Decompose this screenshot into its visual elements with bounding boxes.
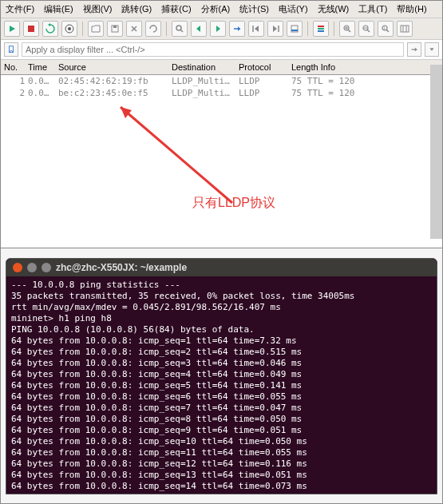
svg-rect-1 [28,26,34,32]
svg-rect-22 [318,28,324,30]
menu-wireless[interactable]: 无线(W) [318,3,350,15]
go-forward-button[interactable] [210,21,226,37]
annotation-text: 只有LLDP协议 [192,195,275,212]
svg-rect-21 [318,26,324,27]
svg-marker-16 [255,26,259,32]
window-minimize-icon[interactable] [27,263,37,272]
terminal-window: zhc@zhc-X550JX: ~/example --- 10.0.0.8 p… [6,258,437,494]
reload-button[interactable] [145,21,161,37]
zoom-out-button[interactable] [358,21,374,37]
menu-file[interactable]: 文件(F) [6,3,34,15]
capture-options-button[interactable] [61,21,77,37]
svg-line-30 [367,30,370,32]
go-last-button[interactable] [267,21,283,37]
svg-marker-43 [121,107,132,118]
go-to-packet-button[interactable] [229,21,245,37]
zoom-in-button[interactable] [339,21,355,37]
menu-go[interactable]: 跳转(G) [121,3,152,15]
svg-marker-0 [10,26,15,32]
menu-tools[interactable]: 工具(T) [358,3,387,15]
auto-scroll-button[interactable] [287,21,303,37]
filter-dropdown-button[interactable] [425,42,439,57]
menu-bar: 文件(F) 编辑(E) 视图(V) 跳转(G) 捕获(C) 分析(A) 统计(S… [1,1,442,18]
column-header-protocol[interactable]: Protocol [239,62,291,72]
menu-telephony[interactable]: 电话(Y) [279,3,308,15]
svg-line-42 [121,107,232,203]
column-header-length[interactable]: Length Info [291,62,411,72]
menu-statistics[interactable]: 统计(S) [239,3,269,15]
vertical-scrollbar[interactable] [430,65,442,239]
svg-marker-14 [238,26,240,31]
window-close-icon[interactable] [13,263,22,272]
open-file-button[interactable] [88,21,104,37]
svg-text:1: 1 [383,26,386,30]
restart-capture-button[interactable] [42,21,58,37]
svg-rect-34 [401,26,409,32]
menu-analyze[interactable]: 分析(A) [201,3,231,15]
resize-columns-button[interactable] [397,21,413,37]
column-header-time[interactable]: Time [28,62,58,72]
svg-line-33 [386,30,389,32]
filter-expression-button[interactable] [407,42,421,57]
menu-help[interactable]: 帮助(H) [397,3,426,15]
zoom-reset-button[interactable]: 1 [378,21,394,37]
packet-row[interactable]: 1 0.0… 02:45:42:62:19:fb LLDP_Multi… LLD… [1,75,442,87]
menu-edit[interactable]: 编辑(E) [44,3,73,15]
svg-marker-18 [273,26,277,32]
bottom-pane: zhc@zhc-X550JX: ~/example --- 10.0.0.8 p… [1,248,442,503]
menu-capture[interactable]: 捕获(C) [161,3,191,15]
stop-capture-button[interactable] [23,21,39,37]
svg-line-27 [348,30,350,32]
packet-row[interactable]: 2 0.0… be:c2:23:45:0e:f5 LLDP_Multi… LLD… [1,87,442,99]
packet-list[interactable]: 1 0.0… 02:45:42:62:19:fb LLDP_Multi… LLD… [1,75,442,251]
terminal-titlebar: zhc@zhc-X550JX: ~/example [6,259,437,276]
svg-rect-6 [113,26,117,28]
colorize-button[interactable] [313,21,329,37]
save-file-button[interactable] [107,21,123,37]
go-back-button[interactable] [191,21,207,37]
svg-marker-2 [48,23,50,26]
menu-view[interactable]: 视图(V) [83,3,113,15]
find-packet-button[interactable] [172,21,188,37]
svg-marker-38 [9,50,13,53]
start-capture-button[interactable] [4,21,20,37]
go-first-button[interactable] [248,21,264,37]
svg-line-10 [180,30,183,32]
close-file-button[interactable] [126,21,142,37]
packet-list-header: No. Time Source Destination Protocol Len… [1,60,442,75]
display-filter-input[interactable] [22,42,404,57]
svg-rect-23 [318,30,324,32]
filter-bar [1,40,442,60]
svg-marker-11 [196,26,200,32]
svg-marker-41 [429,48,433,50]
column-header-destination[interactable]: Destination [172,62,239,72]
terminal-title: zhc@zhc-X550JX: ~/example [56,262,187,273]
column-header-no[interactable]: No. [1,62,28,72]
window-maximize-icon[interactable] [42,263,51,272]
toolbar: 1 [1,18,442,40]
svg-marker-40 [415,47,417,51]
column-header-source[interactable]: Source [58,62,172,72]
scrollbar-thumb[interactable] [431,65,442,239]
svg-marker-12 [216,26,220,32]
svg-point-4 [68,27,71,30]
terminal-body[interactable]: --- 10.0.0.8 ping statistics --- 35 pack… [6,276,437,494]
bookmark-filter-icon[interactable] [4,42,18,57]
